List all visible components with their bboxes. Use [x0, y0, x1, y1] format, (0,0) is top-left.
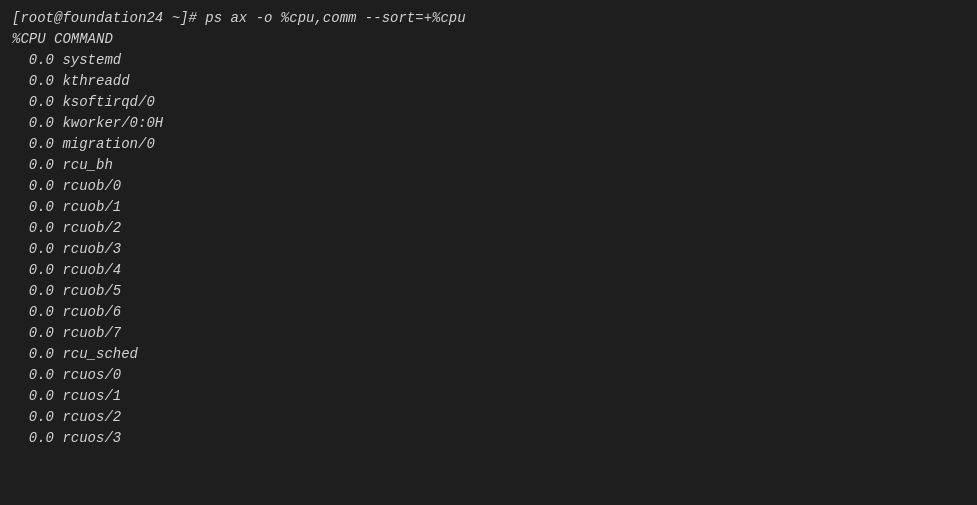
- prompt-line: [root@foundation24 ~]# ps ax -o %cpu,com…: [12, 8, 965, 29]
- table-row: 0.0 migration/0: [12, 134, 965, 155]
- table-row: 0.0 kthreadd: [12, 71, 965, 92]
- table-row: 0.0 rcu_sched: [12, 344, 965, 365]
- table-row: 0.0 rcuob/7: [12, 323, 965, 344]
- table-row: 0.0 rcuob/3: [12, 239, 965, 260]
- table-row: 0.0 rcuos/1: [12, 386, 965, 407]
- table-row: 0.0 rcuob/2: [12, 218, 965, 239]
- table-row: 0.0 ksoftirqd/0: [12, 92, 965, 113]
- table-row: 0.0 rcuos/2: [12, 407, 965, 428]
- table-row: 0.0 rcuob/5: [12, 281, 965, 302]
- table-row: 0.0 rcuob/1: [12, 197, 965, 218]
- table-row: 0.0 rcuos/3: [12, 428, 965, 449]
- table-row: 0.0 rcuos/0: [12, 365, 965, 386]
- table-row: 0.0 rcuob/6: [12, 302, 965, 323]
- header-line: %CPU COMMAND: [12, 29, 965, 50]
- table-row: 0.0 rcu_bh: [12, 155, 965, 176]
- table-row: 0.0 kworker/0:0H: [12, 113, 965, 134]
- terminal-window[interactable]: [root@foundation24 ~]# ps ax -o %cpu,com…: [0, 0, 977, 505]
- table-row: 0.0 systemd: [12, 50, 965, 71]
- output-rows: 0.0 systemd 0.0 kthreadd 0.0 ksoftirqd/0…: [12, 50, 965, 449]
- table-row: 0.0 rcuob/0: [12, 176, 965, 197]
- table-row: 0.0 rcuob/4: [12, 260, 965, 281]
